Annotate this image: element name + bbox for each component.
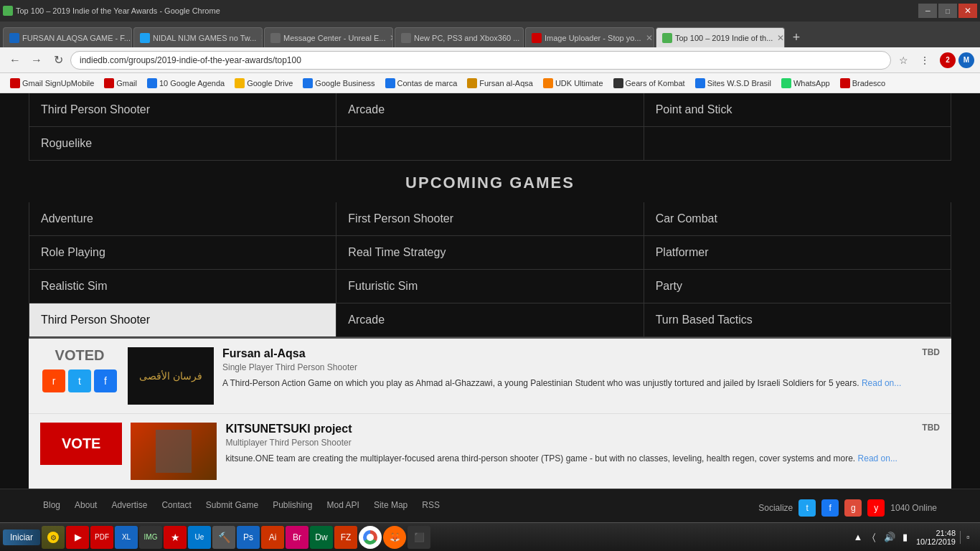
- taskbar-icon-10[interactable]: Ai: [261, 526, 284, 549]
- genre-cell-tps[interactable]: Third Person Shooter: [29, 93, 336, 127]
- footer-link-about[interactable]: About: [75, 500, 97, 510]
- bookmark-business[interactable]: Google Business: [298, 77, 379, 90]
- footer-link-contact[interactable]: Contact: [161, 500, 191, 510]
- game-title-fursan[interactable]: Fursan al-Aqsa: [222, 347, 306, 360]
- taskbar-icon-firefox[interactable]: 🦊: [383, 526, 406, 549]
- taskbar-icon-4[interactable]: XL: [115, 526, 138, 549]
- taskbar-label: 🦊: [390, 532, 400, 542]
- bookmark-star-icon[interactable]: ☆: [894, 51, 913, 70]
- game-readmore-link-fursan[interactable]: Read on...: [862, 378, 901, 388]
- genre-cell-arcade[interactable]: Arcade: [336, 93, 644, 127]
- taskbar-icon-chrome[interactable]: [359, 526, 382, 549]
- tray-chevron-icon[interactable]: ▲: [852, 531, 864, 544]
- taskbar-icon-13[interactable]: FZ: [334, 526, 357, 549]
- settings-icon[interactable]: ⋮: [915, 51, 934, 70]
- vote-button-kitsunetsuki[interactable]: VOTE: [40, 423, 122, 465]
- reddit-share-icon[interactable]: r: [42, 369, 65, 392]
- tray-volume-icon[interactable]: 🔊: [883, 531, 896, 544]
- facebook-social-icon[interactable]: f: [821, 499, 839, 517]
- twitter-social-icon[interactable]: t: [798, 499, 816, 517]
- game-title-kitsunetsuki[interactable]: KITSUNETSUKI project: [225, 423, 352, 435]
- genre-futuristicsim[interactable]: Futuristic Sim: [336, 270, 644, 303]
- genre-platformer[interactable]: Platformer: [644, 236, 951, 270]
- title-bar: Top 100 – 2019 Indie of the Year Awards …: [0, 0, 980, 22]
- show-desktop-button[interactable]: ▫: [960, 531, 973, 544]
- footer-link-publishing[interactable]: Publishing: [273, 500, 312, 510]
- tab-fursan[interactable]: FURSAN ALAQSA GAME - F... ✕: [3, 27, 132, 47]
- footer-link-submitgame[interactable]: Submit Game: [206, 500, 258, 510]
- googleplus-social-icon[interactable]: g: [844, 499, 862, 517]
- bookmark-sites[interactable]: Sites W.S.D Brasil: [691, 77, 776, 90]
- bookmark-gmail[interactable]: Gmail: [100, 77, 141, 90]
- twitter-share-icon[interactable]: t: [68, 369, 91, 392]
- game-readmore-link-kitsunetsuki[interactable]: Read on...: [858, 453, 897, 463]
- bookmark-fursan[interactable]: Fursan al-Aqsa: [463, 77, 537, 90]
- tray-battery-icon[interactable]: ▮: [899, 531, 912, 544]
- footer-link-advertise[interactable]: Advertise: [111, 500, 147, 510]
- genre-adventure[interactable]: Adventure: [29, 202, 336, 236]
- bookmark-whatsapp[interactable]: WhatsApp: [777, 77, 834, 90]
- bookmark-agenda[interactable]: 10 Google Agenda: [143, 77, 229, 90]
- tab-message[interactable]: Message Center - Unreal E... ✕: [264, 27, 393, 47]
- tab-top100[interactable]: Top 100 – 2019 Indie of th... ✕: [656, 27, 785, 47]
- voted-label: VOTED: [55, 347, 105, 364]
- genre-fps[interactable]: First Person Shooter: [336, 202, 644, 236]
- user-avatar-m[interactable]: M: [958, 52, 974, 68]
- taskbar-icon-11[interactable]: Br: [286, 526, 308, 549]
- tab-nidal[interactable]: NIDAL NIJM GAMES no Tw... ✕: [133, 27, 263, 47]
- taskbar-icon-5[interactable]: IMG: [139, 526, 162, 549]
- genre-cell-roguelike[interactable]: Roguelike: [29, 127, 336, 161]
- tab-favicon: [9, 33, 19, 43]
- back-button[interactable]: ←: [6, 51, 24, 70]
- taskbar-icon-3[interactable]: PDF: [90, 526, 113, 549]
- forward-button[interactable]: →: [27, 51, 46, 70]
- taskbar-icon-8[interactable]: 🔨: [212, 526, 235, 549]
- tab-label: Image Uploader - Stop yo...: [545, 34, 641, 42]
- close-button[interactable]: ✕: [958, 4, 977, 18]
- start-button[interactable]: Iniciar: [3, 529, 40, 545]
- taskbar-icon-1[interactable]: ⚙: [42, 526, 65, 549]
- tab-newpc[interactable]: New PC, PS3 and Xbox360 ... ✕: [395, 27, 524, 47]
- bookmark-contas[interactable]: Contas de marca: [381, 77, 462, 90]
- bookmark-drive[interactable]: Google Drive: [230, 77, 297, 90]
- tab-image[interactable]: Image Uploader - Stop yo... ✕: [525, 27, 654, 47]
- taskbar-icon-last[interactable]: ⬛: [407, 526, 430, 549]
- genre-tps-active[interactable]: Third Person Shooter: [29, 303, 336, 337]
- tab-close-icon[interactable]: ✕: [390, 33, 393, 43]
- taskbar-icon-7[interactable]: Ue: [188, 526, 211, 549]
- footer-link-sitemap[interactable]: Site Map: [374, 500, 407, 510]
- genre-roleplaying[interactable]: Role Playing: [29, 236, 336, 270]
- genre-party[interactable]: Party: [644, 270, 951, 303]
- taskbar-icon-9[interactable]: Ps: [237, 526, 260, 549]
- new-tab-button[interactable]: +: [786, 27, 806, 47]
- footer-link-rss[interactable]: RSS: [422, 500, 440, 510]
- bookmark-bradesco[interactable]: Bradesco: [836, 77, 890, 90]
- youtube-social-icon[interactable]: y: [867, 499, 885, 517]
- genre-realisticsim[interactable]: Realistic Sim: [29, 270, 336, 303]
- taskbar-icon-6[interactable]: ★: [164, 526, 187, 549]
- tab-close-icon[interactable]: ✕: [777, 33, 784, 43]
- address-bar[interactable]: indiedb.com/groups/2019-indie-of-the-yea…: [70, 51, 891, 70]
- bookmark-gmail-signup[interactable]: Gmail SignUpMobile: [6, 77, 98, 90]
- taskbar-icon-12[interactable]: Dw: [310, 526, 333, 549]
- footer-link-modapi[interactable]: Mod API: [327, 500, 359, 510]
- minimize-button[interactable]: −: [918, 4, 937, 18]
- tab-close-icon[interactable]: ✕: [260, 33, 263, 43]
- taskbar-icon-2[interactable]: ▶: [66, 526, 89, 549]
- notification-badge[interactable]: 2: [940, 52, 956, 68]
- genre-arcade2[interactable]: Arcade: [336, 303, 644, 337]
- tray-network-icon[interactable]: 〈: [867, 531, 880, 544]
- genre-turnbased[interactable]: Turn Based Tactics: [644, 303, 951, 337]
- maximize-button[interactable]: □: [938, 4, 957, 18]
- facebook-share-icon[interactable]: f: [94, 369, 117, 392]
- genre-carcombat[interactable]: Car Combat: [644, 202, 951, 236]
- reload-button[interactable]: ↻: [49, 51, 67, 70]
- tab-close-icon[interactable]: ✕: [646, 33, 653, 43]
- footer-link-blog[interactable]: Blog: [43, 500, 60, 510]
- system-tray: ▲ 〈 🔊 ▮ 21:48 10/12/2019 ▫: [847, 529, 977, 546]
- bookmark-udk[interactable]: UDK Ultimate: [539, 77, 608, 90]
- genre-rts[interactable]: Real Time Strategy: [336, 236, 644, 270]
- bookmark-gears[interactable]: Gears of Kombat: [609, 77, 689, 90]
- game-tbd-fursan: TBD: [922, 347, 940, 357]
- genre-cell-pointandstick[interactable]: Point and Stick: [644, 93, 951, 127]
